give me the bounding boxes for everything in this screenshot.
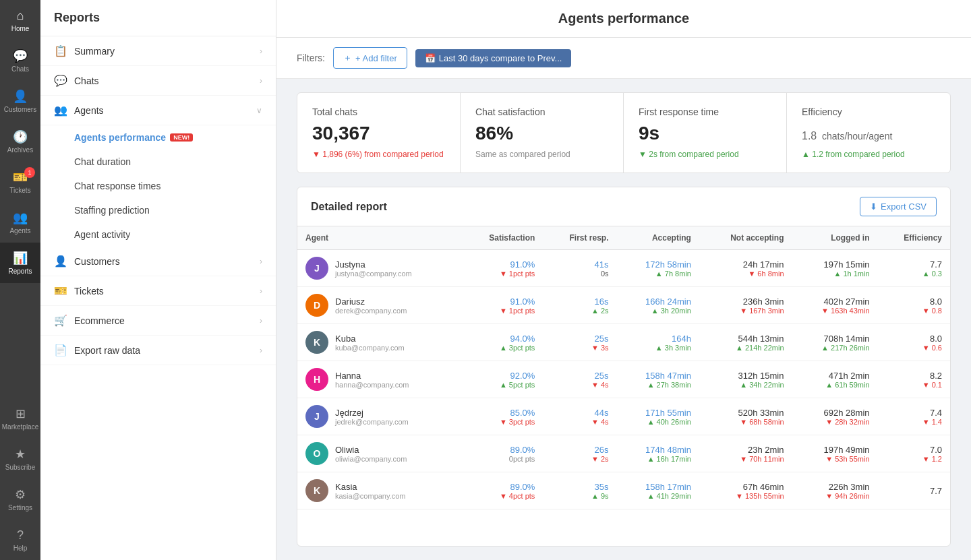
sidebar: Reports 📋 Summary › 💬 Chats › 👥 Agents ∨… [40, 0, 276, 560]
agent-name-5: Oliwia [335, 445, 407, 455]
nav-home[interactable]: ⌂ Home [0, 0, 40, 40]
calendar-icon: 📅 [425, 53, 436, 63]
col-logged-in: Logged in [792, 226, 878, 250]
not-accepting-change-0: ▼ 6h 8min [748, 270, 784, 278]
summary-chevron: › [260, 46, 262, 56]
sidebar-item-ecommerce[interactable]: 🛒 Ecommerce › [40, 306, 276, 336]
logged-in-cell-4: 692h 28min ▼ 28h 32min [792, 398, 878, 435]
first-resp-cell-2: 25s ▼ 3s [543, 324, 616, 361]
accepting-value-6: 158h 17min [645, 482, 691, 492]
nav-subscribe[interactable]: ★ Subscribe [0, 439, 40, 479]
agent-name-3: Hanna [335, 371, 409, 381]
agents-chevron: ∨ [256, 106, 262, 115]
reports-icon: 📊 [13, 251, 28, 266]
chat-satisfaction-change-text: Same as compared period [475, 150, 570, 159]
efficiency-value-2: 8.0 [930, 334, 942, 344]
col-agent: Agent [297, 226, 461, 250]
not-accepting-change-1: ▼ 167h 3min [740, 307, 784, 315]
add-filter-label: + Add filter [355, 53, 397, 63]
chat-satisfaction-change: Same as compared period [475, 150, 608, 159]
nav-chats[interactable]: 💬 Chats [0, 40, 40, 81]
sidebar-item-summary[interactable]: 📋 Summary › [40, 36, 276, 66]
not-accepting-value-0: 24h 17min [743, 259, 784, 270]
avatar-6: K [305, 479, 328, 502]
sidebar-sub-chat-duration[interactable]: Chat duration [40, 150, 276, 174]
not-accepting-value-3: 312h 15min [738, 371, 784, 381]
export-csv-button[interactable]: ⬇ Export CSV [860, 197, 937, 216]
efficiency-value-1: 8.0 [930, 297, 942, 307]
sidebar-sub-chat-response-times[interactable]: Chat response times [40, 174, 276, 198]
summary-icon: 📋 [54, 44, 67, 57]
satisfaction-value-0: 91.0% [510, 259, 535, 270]
efficiency-change-0: ▲ 0.3 [922, 270, 942, 278]
agents-table: Agent Satisfaction First resp. Accepting… [297, 226, 950, 509]
agent-info-1: Dariusz derek@company.com [335, 297, 407, 315]
chat-satisfaction-value: 86% [475, 123, 608, 144]
logged-in-cell-5: 197h 49min ▼ 53h 55min [792, 435, 878, 472]
sidebar-item-chats[interactable]: 💬 Chats › [40, 66, 276, 96]
efficiency-cell-5: 7.0 ▼ 1.2 [878, 435, 950, 472]
agent-name-0: Justyna [335, 259, 412, 270]
satisfaction-value-2: 94.0% [510, 334, 535, 344]
first-resp-value-2: 25s [595, 334, 609, 344]
accepting-change-4: ▲ 40h 26min [647, 418, 691, 426]
customers-icon: 👤 [13, 89, 28, 104]
first-response-change-text: ▼ 2s from compared period [639, 150, 739, 159]
nav-marketplace[interactable]: ⊞ Marketplace [0, 398, 40, 439]
sidebar-sub-agent-activity[interactable]: Agent activity [40, 222, 276, 247]
avatar-4: J [305, 405, 328, 428]
filters-label: Filters: [297, 53, 325, 63]
nav-agents[interactable]: 👥 Agents [0, 202, 40, 243]
agent-cell-3: H Hanna hanna@company.com [297, 361, 461, 398]
not-accepting-cell-1: 236h 3min ▼ 167h 3min [699, 287, 792, 324]
accepting-cell-6: 158h 17min ▲ 41h 29min [617, 472, 699, 509]
add-filter-button[interactable]: ＋ + Add filter [333, 47, 407, 69]
agent-cell-0: J Justyna justyna@company.com [297, 250, 461, 287]
sidebar-sub-chat-duration-label: Chat duration [74, 156, 131, 167]
nav-customers[interactable]: 👤 Customers [0, 81, 40, 121]
logged-in-change-6: ▼ 94h 26min [825, 492, 869, 500]
nav-reports[interactable]: 📊 Reports [0, 243, 40, 283]
sidebar-sub-agents-performance[interactable]: Agents performance NEW! [40, 125, 276, 150]
sidebar-item-tickets-label: Tickets [74, 286, 104, 297]
satisfaction-value-5: 89.0% [510, 445, 535, 455]
agent-info-0: Justyna justyna@company.com [335, 259, 412, 278]
satisfaction-cell-3: 92.0% ▲ 5pct pts [461, 361, 543, 398]
satisfaction-value-6: 89.0% [510, 482, 535, 492]
first-resp-change-0: 0s [601, 270, 609, 278]
nav-tickets[interactable]: 1 🎫 Tickets [0, 162, 40, 202]
efficiency-cell-2: 8.0 ▼ 0.6 [878, 324, 950, 361]
nav-settings[interactable]: ⚙ Settings [0, 479, 40, 520]
accepting-value-3: 158h 47min [645, 371, 691, 381]
col-efficiency: Efficiency [878, 226, 950, 250]
sidebar-item-customers[interactable]: 👤 Customers › [40, 247, 276, 276]
sidebar-item-agents[interactable]: 👥 Agents ∨ [40, 96, 276, 125]
efficiency-cell-0: 7.7 ▲ 0.3 [878, 250, 950, 287]
agent-info-3: Hanna hanna@company.com [335, 371, 409, 389]
ecommerce-sidebar-icon: 🛒 [54, 314, 67, 327]
stat-chat-satisfaction: Chat satisfaction 86% Same as compared p… [461, 93, 624, 173]
main-content: Agents performance Filters: ＋ + Add filt… [276, 0, 971, 560]
total-chats-change: ▼ 1,896 (6%) from compared period [312, 150, 445, 159]
logged-in-change-3: ▲ 61h 59min [825, 381, 869, 389]
first-resp-change-4: ▼ 4s [591, 418, 609, 426]
sidebar-sub-agents-performance-label: Agents performance [74, 132, 166, 143]
sidebar-item-export-raw-data[interactable]: 📄 Export raw data › [40, 336, 276, 365]
satisfaction-change-0: ▼ 1pct pts [500, 270, 535, 278]
efficiency-change: ▲ 1.2 from compared period [802, 150, 935, 159]
nav-home-label: Home [11, 25, 30, 32]
sidebar-item-agents-label: Agents [74, 105, 104, 116]
efficiency-cell-4: 7.4 ▼ 1.4 [878, 398, 950, 435]
accepting-change-5: ▲ 16h 17min [647, 455, 691, 463]
nav-help[interactable]: ? Help [0, 520, 40, 560]
date-filter-button[interactable]: 📅 Last 30 days compare to Prev... [415, 49, 572, 67]
first-resp-change-3: ▼ 4s [591, 381, 609, 389]
sidebar-sub-staffing-prediction[interactable]: Staffing prediction [40, 198, 276, 222]
logged-in-cell-0: 197h 15min ▲ 1h 1min [792, 250, 878, 287]
sidebar-item-tickets[interactable]: 🎫 Tickets › [40, 276, 276, 306]
efficiency-suffix: chats/hour/agent [822, 131, 892, 142]
efficiency-cell-6: 7.7 [878, 472, 950, 509]
nav-archives[interactable]: 🕐 Archives [0, 121, 40, 162]
satisfaction-value-1: 91.0% [510, 297, 535, 307]
export-csv-label: Export CSV [881, 201, 926, 212]
